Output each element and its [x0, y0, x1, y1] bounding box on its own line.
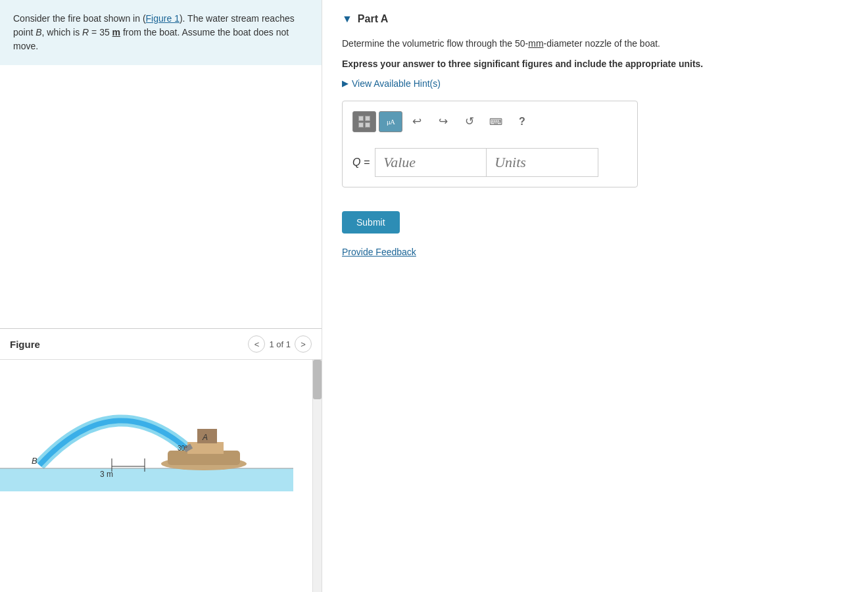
figure-section: Figure < 1 of 1 > — [0, 328, 322, 592]
boat-figure-svg: A 30° B 3 m — [0, 366, 293, 491]
part-title: Part A — [358, 13, 389, 25]
mu-a-icon: μA — [387, 118, 395, 126]
bold-instruction: Express your answer to three significant… — [342, 57, 848, 71]
svg-text:A: A — [202, 433, 208, 442]
figure-scrollbar-thumb — [313, 360, 322, 399]
undo-button[interactable]: ↩ — [405, 111, 429, 132]
toolbar: μA ↩ ↪ ↺ ⌨ ? — [352, 111, 627, 139]
part-arrow-icon: ▼ — [342, 13, 352, 25]
unit-m: m — [112, 27, 120, 37]
figure-page-count: 1 of 1 — [269, 339, 291, 349]
matrix-icon-button[interactable] — [352, 111, 376, 132]
hint-link[interactable]: ▶ View Available Hint(s) — [342, 78, 441, 89]
part-header: ▼ Part A — [342, 13, 848, 25]
svg-rect-0 — [0, 468, 293, 491]
keyboard-button[interactable]: ⌨ — [484, 111, 508, 132]
svg-text:B: B — [32, 456, 37, 466]
figure-prev-button[interactable]: < — [248, 335, 265, 353]
svg-rect-4 — [187, 442, 224, 454]
matrix-icon — [358, 116, 370, 128]
help-button[interactable]: ? — [510, 111, 534, 132]
figure-scrollbar[interactable] — [312, 360, 322, 592]
submit-button[interactable]: Submit — [342, 211, 400, 234]
input-row: Q = — [352, 148, 627, 177]
hint-arrow-icon: ▶ — [342, 78, 349, 88]
problem-text-4: = 35 — [89, 27, 112, 37]
units-input[interactable] — [487, 148, 598, 177]
figure-nav: < 1 of 1 > — [248, 335, 312, 353]
right-panel: ▼ Part A Determine the volumetric flow t… — [322, 0, 868, 592]
figure-title: Figure — [10, 339, 40, 350]
problem-text-1: Consider the fire boat shown in ( — [13, 13, 146, 24]
reset-button[interactable]: ↺ — [458, 111, 481, 132]
q-label: Q = — [352, 157, 370, 168]
r-value: R — [82, 27, 89, 37]
svg-text:3 m: 3 m — [100, 470, 113, 479]
figure-link[interactable]: Figure 1 — [146, 13, 180, 24]
point-b: B — [36, 27, 41, 37]
left-panel: Consider the fire boat shown in (Figure … — [0, 0, 322, 592]
redo-button[interactable]: ↪ — [431, 111, 455, 132]
hint-label: View Available Hint(s) — [352, 78, 441, 89]
figure-header: Figure < 1 of 1 > — [0, 329, 322, 360]
svg-text:30°: 30° — [178, 445, 187, 452]
feedback-link[interactable]: Provide Feedback — [342, 247, 416, 257]
mu-a-button[interactable]: μA — [379, 111, 402, 132]
figure-next-button[interactable]: > — [295, 335, 312, 353]
problem-text-3: , which is — [42, 27, 82, 37]
answer-box: μA ↩ ↪ ↺ ⌨ ? Q = — [342, 101, 638, 187]
underline-mm: mm — [528, 38, 543, 49]
question-text: Determine the volumetric flow through th… — [342, 37, 848, 51]
value-input[interactable] — [375, 148, 487, 177]
problem-description: Consider the fire boat shown in (Figure … — [0, 0, 322, 65]
figure-image-area: A 30° B 3 m — [0, 360, 322, 592]
